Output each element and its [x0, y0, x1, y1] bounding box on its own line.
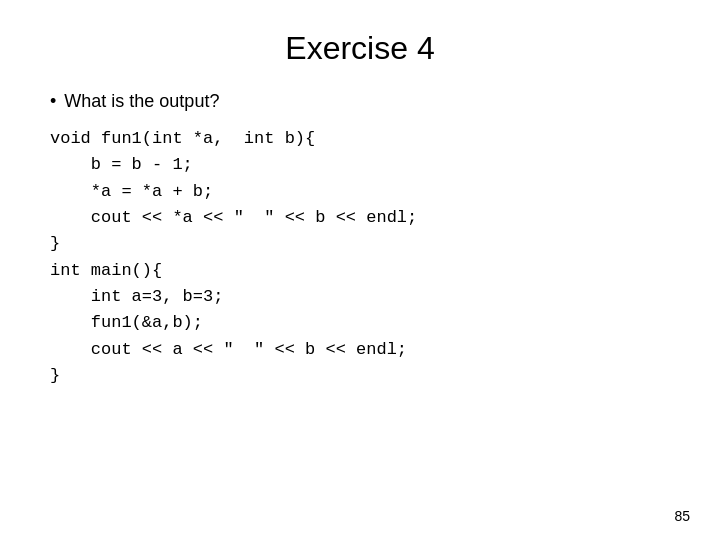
- bullet-point: • What is the output?: [50, 91, 670, 112]
- slide-container: Exercise 4 • What is the output? void fu…: [0, 0, 720, 540]
- code-block: void fun1(int *a, int b){ b = b - 1; *a …: [50, 126, 670, 389]
- bullet-text: What is the output?: [64, 91, 219, 112]
- bullet-dot: •: [50, 91, 56, 112]
- slide-title: Exercise 4: [50, 30, 670, 67]
- page-number: 85: [674, 508, 690, 524]
